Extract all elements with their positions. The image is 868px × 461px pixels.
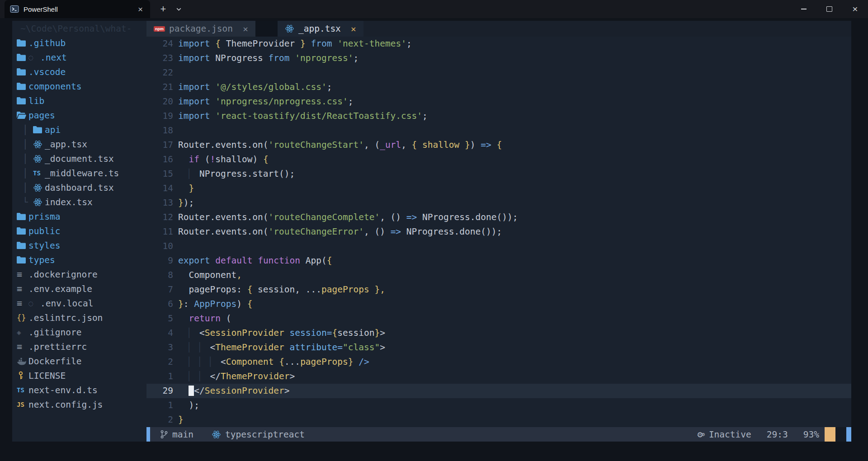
code-line[interactable]: 14 } xyxy=(146,181,851,196)
code-line[interactable]: 2 ▏ ▏ ▏ <Component {...pageProps} /> xyxy=(146,355,851,369)
code-line[interactable]: 17Router.events.on('routeChangeStart', (… xyxy=(146,138,851,152)
statusbar-orange-block xyxy=(825,427,835,442)
git-branch-label: main xyxy=(172,429,193,440)
code-line[interactable]: 11Router.events.on('routeChangeError', (… xyxy=(146,225,851,239)
ts-icon: TS xyxy=(33,169,45,177)
maximize-button[interactable] xyxy=(816,0,842,18)
terminal-tab-powershell[interactable]: PowerShell × xyxy=(5,0,150,18)
buffer-tab-_app.tsx[interactable]: _app.tsx× xyxy=(278,21,363,37)
code-text: ▏ ▏ <ThemeProvider attribute="class"> xyxy=(178,340,385,355)
new-tab-button[interactable]: + xyxy=(156,0,171,18)
line-number: 20 xyxy=(146,94,173,109)
code-line[interactable]: 18 xyxy=(146,123,851,138)
tree-item-label: .env.example xyxy=(28,284,92,294)
tree-item-.gitignore[interactable]: ◈.gitignore xyxy=(12,325,146,339)
tree-item-.github[interactable]: .github xyxy=(12,36,146,50)
code-line[interactable]: 15 ▏ NProgress.start(); xyxy=(146,167,851,181)
terminal-tab-close-icon[interactable]: × xyxy=(136,5,145,14)
code-line[interactable]: 2} xyxy=(146,413,851,427)
buffer-tabline: npmpackage.json×_app.tsx× xyxy=(146,21,851,37)
folder-icon xyxy=(33,126,45,134)
tree-item-.dockerignore[interactable]: ≡.dockerignore xyxy=(12,267,146,282)
code-line[interactable]: 23import NProgress from 'nprogress'; xyxy=(146,51,851,66)
code-text: import 'nprogress/nprogress.css'; xyxy=(178,94,353,109)
tree-item-.prettierrc[interactable]: ≡.prettierrc xyxy=(12,339,146,354)
code-line-current[interactable]: 29 </SessionProvider> xyxy=(146,384,851,398)
powershell-icon xyxy=(10,5,19,14)
npm-icon: npm xyxy=(154,26,165,32)
tree-item-pages[interactable]: pages xyxy=(12,108,146,122)
line-number: 2 xyxy=(146,413,173,427)
tree-item-_middleware.ts[interactable]: │TS_middleware.ts xyxy=(12,166,146,180)
code-editor[interactable]: 24import { ThemeProvider } from 'next-th… xyxy=(146,37,851,427)
code-line[interactable]: 1 ▏ ▏ </ThemeProvider> xyxy=(146,369,851,384)
tree-item-label: Dockerfile xyxy=(28,356,81,367)
filetype-indicator: typescriptreact xyxy=(212,429,305,440)
tree-item-label: index.tsx xyxy=(45,197,93,207)
terminal-content: ~\Code\Personal\what- .github◌.next.vsco… xyxy=(12,21,851,442)
code-line[interactable]: 8 Component, xyxy=(146,268,851,282)
tree-item-.next[interactable]: ◌.next xyxy=(12,50,146,65)
line-number: 10 xyxy=(146,239,173,254)
close-icon: × xyxy=(852,4,858,14)
tree-item-label: prisma xyxy=(28,212,60,222)
tree-item-Dockerfile[interactable]: Dockerfile xyxy=(12,354,146,368)
code-text: } xyxy=(178,181,194,196)
tree-item-lib[interactable]: lib xyxy=(12,94,146,108)
code-text: Router.events.on('routeChangeError', () … xyxy=(178,225,502,239)
tree-item-styles[interactable]: styles xyxy=(12,238,146,253)
code-line[interactable]: 19import 'react-toastify/dist/ReactToast… xyxy=(146,109,851,123)
code-line[interactable]: 5 return ( xyxy=(146,311,851,326)
buffer-tab-package.json[interactable]: npmpackage.json× xyxy=(146,21,255,37)
buffer-tab-label: package.json xyxy=(169,24,233,34)
code-line[interactable]: 6}: AppProps) { xyxy=(146,297,851,311)
code-line[interactable]: 4 ▏ <SessionProvider session={session}> xyxy=(146,326,851,340)
tree-item-types[interactable]: types xyxy=(12,253,146,267)
line-number: 6 xyxy=(146,297,173,311)
code-line[interactable]: 10 xyxy=(146,239,851,254)
tree-item-.vscode[interactable]: .vscode xyxy=(12,65,146,79)
code-line[interactable]: 12Router.events.on('routeChangeComplete'… xyxy=(146,210,851,225)
code-line[interactable]: 3 ▏ ▏ <ThemeProvider attribute="class"> xyxy=(146,340,851,355)
tree-item-_app.tsx[interactable]: │_app.tsx xyxy=(12,137,146,151)
folder-icon xyxy=(17,53,28,61)
tree-item-public[interactable]: public xyxy=(12,224,146,238)
tree-item-next-env.d.ts[interactable]: TSnext-env.d.ts xyxy=(12,383,146,397)
line-number: 8 xyxy=(146,268,173,282)
filetype-label: typescriptreact xyxy=(225,429,305,440)
folder-icon xyxy=(17,68,28,76)
tree-item-_document.tsx[interactable]: │_document.tsx xyxy=(12,151,146,166)
tree-item-api[interactable]: │api xyxy=(12,122,146,137)
ts-icon: TS xyxy=(17,386,28,394)
tree-item-.env.local[interactable]: ≡◌.env.local xyxy=(12,296,146,310)
tree-item-LICENSE[interactable]: LICENSE xyxy=(12,368,146,383)
code-line[interactable]: 7 pageProps: { session, ...pageProps }, xyxy=(146,282,851,297)
code-line[interactable]: 13}); xyxy=(146,196,851,210)
line-number: 1 xyxy=(146,398,173,413)
tree-item-components[interactable]: components xyxy=(12,79,146,94)
minimize-button[interactable] xyxy=(791,0,816,18)
tab-dropdown-button[interactable] xyxy=(171,0,186,18)
code-line[interactable]: 16 if (!shallow) { xyxy=(146,152,851,167)
code-text: }); xyxy=(178,196,194,210)
line-number: 19 xyxy=(146,109,173,123)
maximize-icon xyxy=(826,6,832,12)
tree-item-.env.example[interactable]: ≡.env.example xyxy=(12,282,146,296)
tree-item-.eslintrc.json[interactable]: {}.eslintrc.json xyxy=(12,310,146,325)
code-line[interactable]: 9export default function App({ xyxy=(146,254,851,268)
titlebar-spacer xyxy=(186,0,791,18)
code-line[interactable]: 20import 'nprogress/nprogress.css'; xyxy=(146,94,851,109)
tree-item-dashboard.tsx[interactable]: │dashboard.tsx xyxy=(12,180,146,195)
code-line[interactable]: 22 xyxy=(146,66,851,80)
tree-item-index.tsx[interactable]: └index.tsx xyxy=(12,195,146,209)
buffer-tab-close-icon[interactable]: × xyxy=(351,24,356,34)
tree-item-prisma[interactable]: prisma xyxy=(12,209,146,224)
close-button[interactable]: × xyxy=(842,0,868,18)
code-line[interactable]: 1 ); xyxy=(146,398,851,413)
buffer-tab-close-icon[interactable]: × xyxy=(243,24,248,34)
tree-item-next.config.js[interactable]: JSnext.config.js xyxy=(12,397,146,412)
tree-item-label: next-env.d.ts xyxy=(28,385,98,395)
git-branch-icon xyxy=(160,430,168,439)
code-line[interactable]: 21import '@/styles/global.css'; xyxy=(146,80,851,94)
code-line[interactable]: 24import { ThemeProvider } from 'next-th… xyxy=(146,37,851,51)
